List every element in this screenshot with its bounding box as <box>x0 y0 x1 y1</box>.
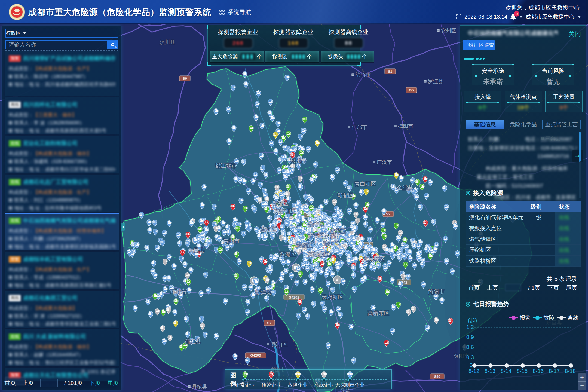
svg-text:锦江区: 锦江区 <box>323 240 339 246</box>
svg-text:丹棱县: 丹棱县 <box>192 384 207 390</box>
svg-text:简阳市: 简阳市 <box>428 289 444 295</box>
svg-text:G4203: G4203 <box>250 353 261 357</box>
svg-text:绵竹市: 绵竹市 <box>356 72 371 78</box>
svg-text:武侯区: 武侯区 <box>296 242 313 248</box>
svg-text:都江堰市: 都江堰市 <box>215 163 237 169</box>
svg-text:彭山区: 彭山区 <box>272 341 288 347</box>
svg-text:高新东区: 高新东区 <box>367 310 389 316</box>
svg-text:罗江县: 罗江县 <box>428 79 443 84</box>
svg-text:新都区: 新都区 <box>337 192 354 198</box>
svg-text:S40: S40 <box>434 375 440 379</box>
svg-text:温江区: 温江区 <box>260 226 277 232</box>
svg-text:G5: G5 <box>409 88 414 92</box>
svg-text:什邡市: 什邡市 <box>351 124 367 130</box>
svg-text:龙泉驿区: 龙泉驿区 <box>363 256 385 262</box>
svg-text:邛崃市: 邛崃市 <box>170 289 187 295</box>
svg-text:汶川县: 汶川县 <box>160 39 175 45</box>
svg-text:彭州市: 彭州市 <box>290 158 306 164</box>
svg-text:金牛区: 金牛区 <box>308 221 324 227</box>
svg-text:青羊区: 青羊区 <box>308 232 324 238</box>
svg-text:金堂县: 金堂县 <box>397 185 413 191</box>
svg-text:德阳市: 德阳市 <box>398 123 414 129</box>
svg-text:安州区: 安州区 <box>441 28 457 33</box>
svg-text:崇州市: 崇州市 <box>223 238 240 244</box>
svg-text:新津县: 新津县 <box>255 289 272 295</box>
svg-text:S9: S9 <box>183 76 187 81</box>
svg-text:大邑县: 大邑县 <box>188 247 204 253</box>
svg-text:双流区: 双流区 <box>280 251 296 257</box>
svg-text:广汉市: 广汉市 <box>377 159 392 165</box>
svg-text:青白江区: 青白江区 <box>354 181 376 187</box>
svg-text:S2: S2 <box>386 212 390 216</box>
svg-text:S1: S1 <box>388 69 392 74</box>
svg-text:高新西区: 高新西区 <box>274 208 296 214</box>
svg-text:天府新区: 天府新区 <box>321 294 343 300</box>
svg-text:G4202: G4202 <box>289 295 299 299</box>
svg-text:郫都区: 郫都区 <box>272 200 289 206</box>
svg-text:蒲江县: 蒲江县 <box>185 338 201 344</box>
svg-text:高新南区: 高新南区 <box>308 251 329 257</box>
svg-text:S7: S7 <box>267 321 271 325</box>
svg-text:成都市: 成都市 <box>322 233 340 239</box>
